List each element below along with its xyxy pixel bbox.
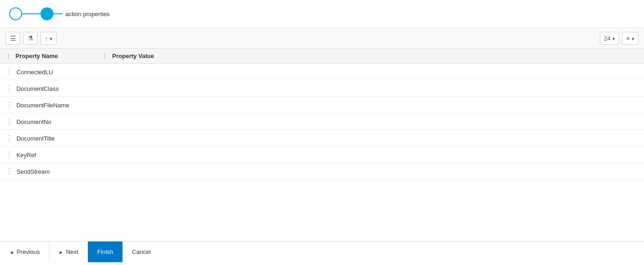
footer: Previous Next Finish Cancel (0, 241, 644, 262)
next-label: Next (66, 248, 78, 255)
table-row: ⋮ DocumentNo (0, 113, 644, 130)
page-size-selector[interactable]: 24 (600, 32, 619, 45)
row-drag-handle[interactable]: ⋮ (6, 68, 15, 76)
properties-table: ⋮ Property Name ⋮ Property Value ⋮ Conne… (0, 49, 644, 180)
toolbar: ☰ ⚗ ↑ 24 ≡ (0, 28, 644, 49)
property-value-cell[interactable] (97, 147, 644, 163)
toolbar-left: ☰ ⚗ ↑ (6, 32, 57, 45)
filter-button[interactable]: ⚗ (23, 32, 38, 45)
export-icon: ↑ (45, 35, 48, 42)
row-drag-handle[interactable]: ⋮ (6, 101, 15, 109)
export-button[interactable]: ↑ (41, 32, 57, 45)
table-row: ⋮ DocumentTitle (0, 130, 644, 147)
property-value-cell[interactable] (97, 64, 644, 80)
table-row: ⋮ KeyRef (0, 147, 644, 163)
previous-icon (9, 248, 14, 255)
col-header-property-value: ⋮ Property Value (97, 49, 644, 64)
next-button[interactable]: Next (49, 241, 88, 262)
step2-label: action properties (65, 11, 110, 18)
property-value-cell[interactable] (97, 113, 644, 130)
step-connector-line (22, 13, 41, 14)
property-name-cell: DocumentClass (17, 85, 59, 92)
property-value-cell[interactable] (97, 130, 644, 147)
row-drag-handle[interactable]: ⋮ (6, 151, 15, 159)
property-name-cell: DocumentNo (17, 118, 52, 125)
step2-label-line (53, 13, 63, 14)
row-drag-handle[interactable]: ⋮ (6, 118, 15, 125)
col-header-property-name: ⋮ Property Name (0, 49, 97, 64)
list-view-button[interactable]: ☰ (6, 32, 20, 45)
property-name-cell: DocumentTitle (17, 135, 55, 142)
property-value-cell[interactable] (97, 163, 644, 180)
page-size-value: 24 (604, 35, 610, 42)
row-drag-handle[interactable]: ⋮ (6, 167, 15, 175)
table-row: ⋮ SendStream (0, 163, 644, 180)
layout-icon: ≡ (626, 35, 630, 42)
row-drag-handle[interactable]: ⋮ (6, 134, 15, 142)
properties-table-container: ⋮ Property Name ⋮ Property Value ⋮ Conne… (0, 49, 644, 241)
main-content: ☰ ⚗ ↑ 24 ≡ (0, 28, 644, 262)
table-header-row: ⋮ Property Name ⋮ Property Value (0, 49, 644, 64)
list-icon: ☰ (10, 35, 16, 42)
step2-circle (41, 7, 53, 20)
cancel-button[interactable]: Cancel (123, 241, 160, 262)
page-size-chevron-icon (612, 35, 615, 42)
row-drag-handle[interactable]: ⋮ (6, 84, 15, 92)
property-name-cell: ConnectedLU (17, 69, 53, 76)
layout-button[interactable]: ≡ (622, 32, 638, 45)
filter-icon: ⚗ (28, 35, 34, 42)
table-body: ⋮ ConnectedLU ⋮ DocumentClass ⋮ Document… (0, 64, 644, 180)
table-row: ⋮ DocumentClass (0, 80, 644, 97)
previous-label: Previous (17, 248, 40, 255)
table-row: ⋮ DocumentFileName (0, 97, 644, 113)
property-value-cell[interactable] (97, 97, 644, 113)
previous-button[interactable]: Previous (0, 241, 49, 262)
layout-chevron-icon (632, 35, 634, 42)
step1-circle (9, 7, 22, 20)
toolbar-right: 24 ≡ (600, 32, 638, 45)
property-value-cell[interactable] (97, 80, 644, 97)
cancel-label: Cancel (132, 248, 151, 255)
property-name-cell: SendStream (17, 168, 50, 175)
finish-button[interactable]: Finish (88, 241, 123, 262)
col-drag-handle-name: ⋮ (6, 53, 11, 59)
col-drag-handle-value: ⋮ (102, 53, 108, 59)
property-name-cell: KeyRef (17, 152, 36, 159)
table-row: ⋮ ConnectedLU (0, 64, 644, 80)
stepper: action properties (0, 0, 644, 28)
next-icon (58, 248, 63, 255)
finish-label: Finish (97, 248, 113, 255)
export-chevron-icon (50, 35, 52, 42)
property-name-cell: DocumentFileName (17, 102, 70, 109)
